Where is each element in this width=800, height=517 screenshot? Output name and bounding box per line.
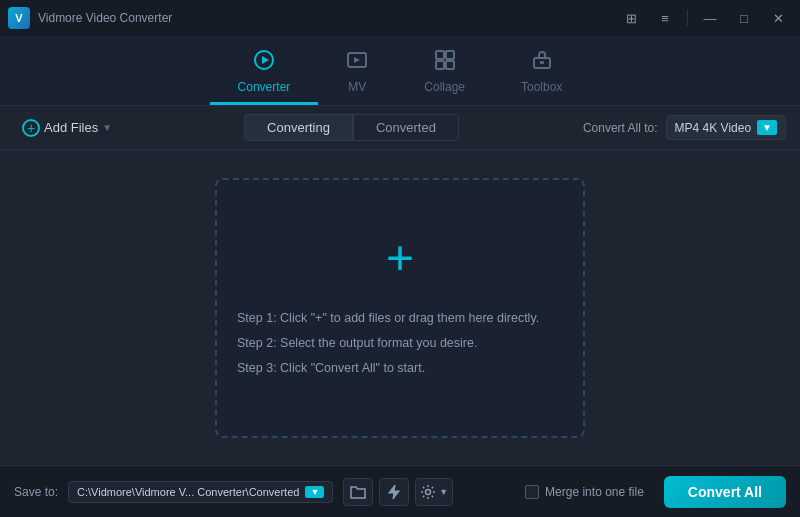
svg-rect-6 xyxy=(446,61,454,69)
title-bar-controls: ⊞ ≡ — □ ✕ xyxy=(617,7,792,29)
app-logo: V xyxy=(8,7,30,29)
toolbar: + Add Files ▼ Converting Converted Conve… xyxy=(0,106,800,150)
title-bar-left: V Vidmore Video Converter xyxy=(8,7,172,29)
tab-mv[interactable]: MV xyxy=(318,41,396,105)
collage-icon xyxy=(434,49,456,76)
converting-tab[interactable]: Converting xyxy=(244,114,353,141)
svg-rect-8 xyxy=(540,61,544,64)
save-path-value: C:\Vidmore\Vidmore V... Converter\Conver… xyxy=(77,486,299,498)
step2-text: Step 2: Select the output format you des… xyxy=(237,331,563,356)
minimize-button[interactable]: — xyxy=(696,7,724,29)
tab-converter[interactable]: Converter xyxy=(210,41,319,105)
toolbar-right: Convert All to: MP4 4K Video ▼ xyxy=(583,115,786,140)
drop-zone-instructions: Step 1: Click "+" to add files or drag t… xyxy=(217,306,583,381)
svg-point-10 xyxy=(426,489,431,494)
folder-icon-button[interactable] xyxy=(343,478,373,506)
converter-icon xyxy=(253,49,275,76)
add-files-button[interactable]: + Add Files ▼ xyxy=(14,115,120,141)
toolbar-center: Converting Converted xyxy=(120,114,583,141)
menu-button[interactable]: ≡ xyxy=(651,7,679,29)
title-bar-separator xyxy=(687,10,688,26)
close-button[interactable]: ✕ xyxy=(764,7,792,29)
tab-toolbox[interactable]: Toolbox xyxy=(493,41,590,105)
converted-tab[interactable]: Converted xyxy=(353,114,459,141)
main-content: + Step 1: Click "+" to add files or drag… xyxy=(0,150,800,465)
tab-mv-label: MV xyxy=(348,80,366,94)
title-bar: V Vidmore Video Converter ⊞ ≡ — □ ✕ xyxy=(0,0,800,36)
svg-rect-4 xyxy=(446,51,454,59)
bottom-bar: Save to: C:\Vidmore\Vidmore V... Convert… xyxy=(0,465,800,517)
merge-label-text: Merge into one file xyxy=(545,485,644,499)
save-path-arrow: ▼ xyxy=(305,486,324,498)
step1-text: Step 1: Click "+" to add files or drag t… xyxy=(237,306,563,331)
bottom-icons: ▼ xyxy=(343,478,453,506)
format-dropdown-arrow: ▼ xyxy=(757,120,777,135)
mv-icon xyxy=(346,49,368,76)
save-to-label: Save to: xyxy=(14,485,58,499)
save-to-path[interactable]: C:\Vidmore\Vidmore V... Converter\Conver… xyxy=(68,481,333,503)
app-title: Vidmore Video Converter xyxy=(38,11,172,25)
add-files-plus-icon: + xyxy=(22,119,40,137)
add-files-arrow-icon: ▼ xyxy=(102,122,112,133)
convert-all-button[interactable]: Convert All xyxy=(664,476,786,508)
merge-checkbox[interactable] xyxy=(525,485,539,499)
merge-one-file: Merge into one file xyxy=(525,485,644,499)
svg-marker-1 xyxy=(262,56,269,64)
svg-marker-9 xyxy=(389,485,399,499)
maximize-button[interactable]: □ xyxy=(730,7,758,29)
settings-icon-button[interactable]: ▼ xyxy=(415,478,453,506)
tab-converter-label: Converter xyxy=(238,80,291,94)
nav-tabs: Converter MV Collage xyxy=(0,36,800,106)
settings-arrow: ▼ xyxy=(439,487,448,497)
tab-collage[interactable]: Collage xyxy=(396,41,493,105)
add-files-label: Add Files xyxy=(44,120,98,135)
convert-all-to-label: Convert All to: xyxy=(583,121,658,135)
tab-toolbox-label: Toolbox xyxy=(521,80,562,94)
svg-rect-5 xyxy=(436,61,444,69)
tiles-button[interactable]: ⊞ xyxy=(617,7,645,29)
svg-rect-3 xyxy=(436,51,444,59)
step3-text: Step 3: Click "Convert All" to start. xyxy=(237,356,563,381)
format-value: MP4 4K Video xyxy=(675,121,752,135)
drop-zone-plus-icon: + xyxy=(386,234,414,282)
toolbox-icon xyxy=(531,49,553,76)
tab-collage-label: Collage xyxy=(424,80,465,94)
lightning-icon-button[interactable] xyxy=(379,478,409,506)
format-selector[interactable]: MP4 4K Video ▼ xyxy=(666,115,786,140)
drop-zone[interactable]: + Step 1: Click "+" to add files or drag… xyxy=(215,178,585,438)
